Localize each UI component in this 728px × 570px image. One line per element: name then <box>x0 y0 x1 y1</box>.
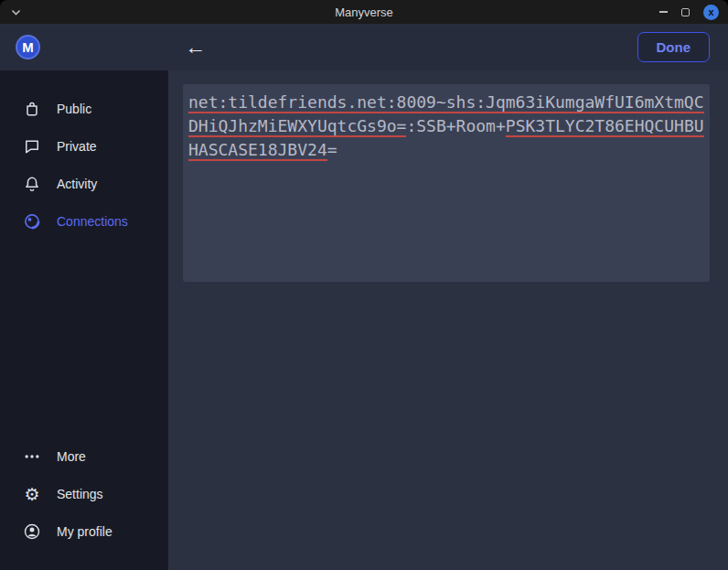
sidebar-item-public[interactable]: Public <box>0 90 168 127</box>
close-icon[interactable]: x <box>703 5 719 20</box>
titlebar: Manyverse x <box>0 0 728 24</box>
person-icon <box>23 522 41 541</box>
window-menu-chevron-icon[interactable] <box>11 9 21 16</box>
sidebar-item-label: My profile <box>57 524 112 539</box>
sidebar-item-label: Connections <box>57 214 128 229</box>
window-controls: x <box>659 5 719 20</box>
minimize-icon[interactable] <box>659 11 668 13</box>
manyverse-window: Manyverse x M ← Done Public <box>0 0 728 570</box>
sidebar: Public Private Activity <box>0 70 168 570</box>
invite-text-segment: = <box>327 140 337 159</box>
sidebar-item-label: More <box>57 449 86 464</box>
window-title: Manyverse <box>0 5 728 19</box>
sidebar-item-private[interactable]: Private <box>0 127 168 165</box>
sidebar-item-connections[interactable]: Connections <box>0 202 168 240</box>
sidebar-item-label: Private <box>57 139 97 154</box>
invite-text-misspelled-segment: DHiQJhzMiEWXYUqtcGs9o= <box>188 116 406 137</box>
invite-line: net:tildefriends.net:8009~shs:Jqm63iKumg… <box>188 91 704 114</box>
invite-text-misspelled-segment: HASCASE18JBV24 <box>188 140 327 161</box>
gear-icon: ⚙ <box>23 485 41 503</box>
back-arrow-icon[interactable]: ← <box>185 24 206 70</box>
app-header: M ← Done <box>0 24 728 70</box>
sidebar-item-label: Activity <box>57 177 97 191</box>
sidebar-item-label: Settings <box>57 487 103 501</box>
ellipsis-icon <box>23 447 41 466</box>
sidebar-item-label: Public <box>57 102 91 116</box>
connections-icon <box>23 212 41 231</box>
manyverse-logo: M <box>16 35 40 59</box>
app-body: Public Private Activity <box>0 70 728 570</box>
sidebar-item-more[interactable]: More <box>0 437 168 475</box>
invite-text-misspelled-segment: PSK3TLYC2T86EHQCUHBU <box>506 116 704 137</box>
done-button[interactable]: Done <box>637 32 711 62</box>
invite-line: DHiQJhzMiEWXYUqtcGs9o=:SSB+Room+PSK3TLYC… <box>188 114 704 138</box>
sidebar-item-settings[interactable]: ⚙ Settings <box>0 475 168 512</box>
restore-icon[interactable] <box>681 8 690 16</box>
invite-text-segment: SSB+Room+ <box>416 116 506 135</box>
sidebar-bottom-group: More ⚙ Settings My profile <box>0 437 168 550</box>
main-content: net:tildefriends.net:8009~shs:Jqm63iKumg… <box>168 70 728 570</box>
sidebar-item-activity[interactable]: Activity <box>0 165 168 202</box>
bell-icon <box>23 175 41 193</box>
invite-input[interactable]: net:tildefriends.net:8009~shs:Jqm63iKumg… <box>183 84 710 282</box>
invite-text-segment: : <box>406 116 416 135</box>
chat-bubble-icon <box>23 137 41 156</box>
invite-text-misspelled-segment: net:tildefriends.net:8009~shs:Jqm63iKumg… <box>188 92 704 113</box>
public-bag-icon <box>23 100 41 118</box>
invite-line: HASCASE18JBV24= <box>188 138 704 162</box>
sidebar-item-my-profile[interactable]: My profile <box>0 512 168 550</box>
